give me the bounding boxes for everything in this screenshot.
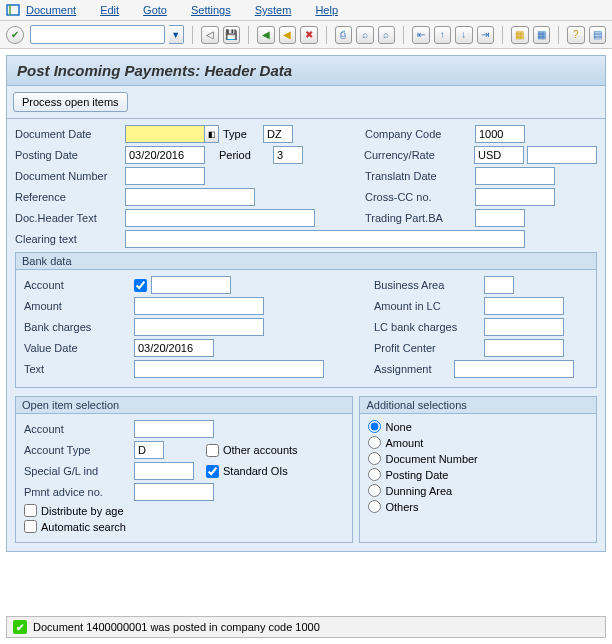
save-icon[interactable]: 💾 <box>223 26 241 44</box>
menu-settings[interactable]: Settings <box>191 4 231 16</box>
prev-page-icon[interactable]: ↑ <box>434 26 452 44</box>
command-input[interactable] <box>30 25 165 44</box>
svg-rect-0 <box>7 5 19 15</box>
label-radio-amount: Amount <box>385 437 423 449</box>
label-radio-others: Others <box>385 501 418 513</box>
menu-help[interactable]: Help <box>315 4 338 16</box>
back-icon[interactable]: ◁ <box>201 26 219 44</box>
nav-cancel-icon[interactable]: ✖ <box>300 26 318 44</box>
label-reference: Reference <box>15 191 125 203</box>
print-icon[interactable]: ⎙ <box>335 26 353 44</box>
profit-center-input[interactable] <box>484 339 564 357</box>
rate-input[interactable] <box>527 146 597 164</box>
pmnt-advice-input[interactable] <box>134 483 214 501</box>
process-open-items-button[interactable]: Process open items <box>13 92 128 112</box>
toolbar-divider <box>248 26 249 44</box>
label-account-type: Account Type <box>24 444 134 456</box>
menubar: Document Edit Goto Settings System Help <box>0 0 612 21</box>
label-radio-none: None <box>385 421 411 433</box>
translatn-date-input[interactable] <box>475 167 555 185</box>
bank-charges-input[interactable] <box>134 318 264 336</box>
first-page-icon[interactable]: ⇤ <box>412 26 430 44</box>
label-lc-bank-charges: LC bank charges <box>374 321 484 333</box>
ois-account-input[interactable] <box>134 420 214 438</box>
trading-part-input[interactable] <box>475 209 525 227</box>
label-standard-ois: Standard OIs <box>223 465 288 477</box>
label-doc-date: Document Date <box>15 128 125 140</box>
amount-lc-input[interactable] <box>484 297 564 315</box>
value-date-input[interactable] <box>134 339 214 357</box>
bank-account-input[interactable] <box>151 276 231 294</box>
label-bank-text: Text <box>24 363 134 375</box>
new-session-icon[interactable]: ▦ <box>511 26 529 44</box>
command-dropdown[interactable]: ▼ <box>169 25 185 44</box>
posting-date-input[interactable] <box>125 146 205 164</box>
menu-document[interactable]: Document <box>26 4 76 16</box>
clearing-text-input[interactable] <box>125 230 525 248</box>
open-item-selection-panel: Open item selection Account Account Type… <box>15 396 353 543</box>
label-auto-search: Automatic search <box>41 521 126 533</box>
addsel-title: Additional selections <box>360 397 596 414</box>
radio-amount[interactable] <box>368 436 381 449</box>
business-area-input[interactable] <box>484 276 514 294</box>
label-posting-date: Posting Date <box>15 149 125 161</box>
bank-text-input[interactable] <box>134 360 324 378</box>
doc-header-text-input[interactable] <box>125 209 315 227</box>
status-text: Document 1400000001 was posted in compan… <box>33 621 320 633</box>
bank-account-required-check[interactable] <box>134 279 147 292</box>
cross-cc-input[interactable] <box>475 188 555 206</box>
reference-input[interactable] <box>125 188 255 206</box>
toolbar-divider <box>558 26 559 44</box>
layout-icon[interactable]: ▤ <box>589 26 607 44</box>
menu-goto[interactable]: Goto <box>143 4 167 16</box>
lc-bank-charges-input[interactable] <box>484 318 564 336</box>
radio-posting-date[interactable] <box>368 468 381 481</box>
radio-dunning-area[interactable] <box>368 484 381 497</box>
button-row: Process open items <box>6 86 606 119</box>
find-next-icon[interactable]: ⌕ <box>378 26 396 44</box>
account-type-input[interactable] <box>134 441 164 459</box>
radio-doc-number[interactable] <box>368 452 381 465</box>
period-input[interactable] <box>273 146 303 164</box>
label-value-date: Value Date <box>24 342 134 354</box>
type-input[interactable] <box>263 125 293 143</box>
ois-title: Open item selection <box>16 397 352 414</box>
help-icon[interactable]: ? <box>567 26 585 44</box>
find-icon[interactable]: ⌕ <box>356 26 374 44</box>
special-gl-input[interactable] <box>134 462 194 480</box>
distribute-by-age-check[interactable] <box>24 504 37 517</box>
nav-back-icon[interactable]: ◀ <box>257 26 275 44</box>
sap-window-icon <box>6 3 20 17</box>
label-pmnt-advice: Pmnt advice no. <box>24 486 134 498</box>
amount-input[interactable] <box>134 297 264 315</box>
label-other-accounts: Other accounts <box>223 444 298 456</box>
automatic-search-check[interactable] <box>24 520 37 533</box>
company-code-input[interactable] <box>475 125 525 143</box>
assignment-input[interactable] <box>454 360 574 378</box>
doc-date-input[interactable] <box>125 125 205 143</box>
doc-number-input[interactable] <box>125 167 205 185</box>
menu-edit[interactable]: Edit <box>100 4 119 16</box>
standard-ois-check[interactable] <box>206 465 219 478</box>
label-radio-posting-date: Posting Date <box>385 469 448 481</box>
enter-icon[interactable]: ✔ <box>6 26 24 44</box>
currency-input[interactable] <box>474 146 524 164</box>
menu-system[interactable]: System <box>255 4 292 16</box>
label-period: Period <box>219 149 273 161</box>
radio-others[interactable] <box>368 500 381 513</box>
nav-exit-icon[interactable]: ◀ <box>279 26 297 44</box>
last-page-icon[interactable]: ⇥ <box>477 26 495 44</box>
statusbar: ✔ Document 1400000001 was posted in comp… <box>6 616 606 638</box>
toolbar-divider <box>502 26 503 44</box>
next-page-icon[interactable]: ↓ <box>455 26 473 44</box>
shortcut-icon[interactable]: ▦ <box>533 26 551 44</box>
toolbar-divider <box>403 26 404 44</box>
radio-none[interactable] <box>368 420 381 433</box>
main-area: Post Incoming Payments: Header Data Proc… <box>0 49 612 558</box>
other-accounts-check[interactable] <box>206 444 219 457</box>
success-icon: ✔ <box>13 620 27 634</box>
doc-date-f4-icon[interactable]: ◧ <box>205 125 219 143</box>
toolbar: ✔ ▼ ◁ 💾 ◀ ◀ ✖ ⎙ ⌕ ⌕ ⇤ ↑ ↓ ⇥ ▦ ▦ ? ▤ <box>0 21 612 49</box>
label-special-gl: Special G/L ind <box>24 465 134 477</box>
label-currency-rate: Currency/Rate <box>364 149 474 161</box>
